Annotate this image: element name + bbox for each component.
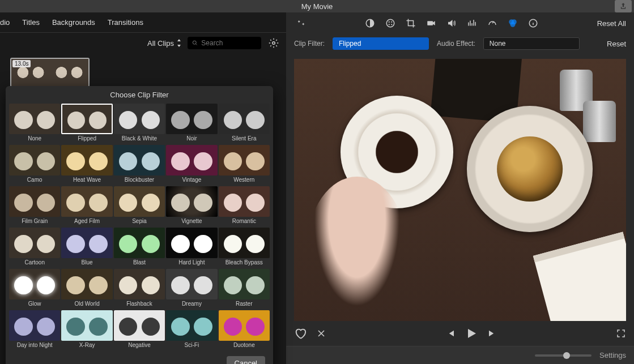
filter-option-blockbuster[interactable]: Blockbuster (114, 145, 165, 185)
filter-option-sepia[interactable]: Sepia (114, 186, 165, 226)
filter-name: Vignette (166, 217, 217, 226)
volume-icon (446, 18, 457, 28)
filter-name: Film Grain (9, 217, 60, 226)
stabilization-button[interactable] (425, 17, 437, 29)
volume-button[interactable] (445, 17, 458, 29)
filter-name: None (9, 134, 60, 144)
filter-option-glow[interactable]: Glow (9, 269, 60, 309)
color-correction-button[interactable] (384, 17, 397, 29)
reset-button[interactable]: Reset (607, 40, 626, 48)
prev-button[interactable] (445, 328, 456, 339)
filter-option-aged-film[interactable]: Aged Film (61, 186, 112, 226)
filter-name: Sci-Fi (166, 341, 217, 350)
preview-viewer[interactable] (294, 59, 626, 321)
filter-option-hard-light[interactable]: Hard Light (166, 228, 217, 268)
clip-filter-selector[interactable]: Flipped (333, 37, 429, 50)
equalizer-icon (467, 18, 477, 28)
filter-option-cartoon[interactable]: Cartoon (9, 228, 60, 268)
filter-option-film-grain[interactable]: Film Grain (9, 186, 60, 226)
next-button[interactable] (487, 328, 497, 339)
filter-option-duotone[interactable]: Duotone (219, 310, 270, 350)
info-button[interactable] (527, 17, 539, 29)
titlebar: My Movie (0, 0, 634, 12)
filter-option-x-ray[interactable]: X-Ray (61, 310, 112, 350)
updown-icon (176, 39, 182, 47)
filter-option-negative[interactable]: Negative (114, 310, 165, 350)
options-button[interactable] (267, 36, 280, 50)
reject-button[interactable] (316, 328, 327, 339)
filter-name: Blue (61, 258, 112, 268)
settings-button[interactable]: Settings (599, 351, 626, 359)
filter-option-sci-fi[interactable]: Sci-Fi (166, 310, 217, 350)
filter-name: Day into Night (9, 341, 60, 350)
clip-duration: 13.0s (12, 60, 31, 67)
filter-option-noir[interactable]: Noir (166, 104, 217, 144)
filter-option-none[interactable]: None (9, 104, 60, 144)
filter-option-flipped[interactable]: Flipped (61, 104, 112, 144)
share-button[interactable] (615, 0, 632, 12)
tab-titles[interactable]: Titles (22, 18, 40, 27)
filter-option-raster[interactable]: Raster (219, 269, 270, 309)
audio-effect-selector[interactable]: None (483, 37, 580, 50)
filter-option-western[interactable]: Western (219, 145, 270, 185)
filter-name: Negative (114, 341, 165, 350)
filter-option-heat-wave[interactable]: Heat Wave (61, 145, 112, 185)
filter-option-old-world[interactable]: Old World (61, 269, 112, 309)
browser-tabs: dio Titles Backgrounds Transitions (0, 12, 286, 33)
filter-option-vignette[interactable]: Vignette (166, 186, 217, 226)
filter-option-romantic[interactable]: Romantic (219, 186, 270, 226)
gear-icon (269, 38, 279, 48)
svg-rect-9 (469, 23, 470, 26)
fullscreen-button[interactable] (616, 328, 626, 339)
reset-all-button[interactable]: Reset All (597, 19, 626, 28)
svg-point-3 (387, 19, 395, 27)
tab-transitions[interactable]: Transitions (108, 18, 143, 27)
filter-name: Raster (219, 299, 270, 309)
svg-rect-11 (472, 23, 473, 26)
clip-filter-button[interactable] (507, 17, 519, 29)
filter-grid: NoneFlippedBlack & WhiteNoirSilent EraCa… (6, 104, 273, 350)
noise-reduction-button[interactable] (466, 17, 478, 29)
tab-backgrounds[interactable]: Backgrounds (52, 18, 95, 27)
filter-option-flashback[interactable]: Flashback (114, 269, 165, 309)
filter-name: Noir (166, 134, 217, 144)
all-clips-dropdown[interactable]: All Clips (147, 39, 182, 48)
filter-option-dreamy[interactable]: Dreamy (166, 269, 217, 309)
svg-point-0 (193, 41, 196, 44)
cancel-button[interactable]: Cancel (227, 356, 265, 364)
enhance-button[interactable] (294, 17, 307, 29)
zoom-slider[interactable] (535, 354, 592, 357)
filter-name: Western (219, 175, 270, 185)
filter-option-bleach-bypass[interactable]: Bleach Bypass (219, 228, 270, 268)
favorite-button[interactable] (294, 327, 307, 340)
svg-rect-12 (474, 20, 475, 26)
filter-icon (508, 18, 518, 28)
viewer-panel: Reset All Clip Filter: Flipped Audio Eff… (286, 12, 634, 364)
filter-name: Flashback (114, 299, 165, 309)
crop-button[interactable] (405, 17, 417, 29)
filter-option-blue[interactable]: Blue (61, 228, 112, 268)
filter-name: Romantic (219, 217, 270, 226)
search-box[interactable] (188, 37, 261, 49)
filter-name: Flipped (61, 134, 112, 144)
play-button[interactable] (465, 327, 478, 340)
speed-button[interactable] (486, 17, 499, 29)
filter-option-black-white[interactable]: Black & White (114, 104, 165, 144)
filter-option-vintage[interactable]: Vintage (166, 145, 217, 185)
filter-option-silent-era[interactable]: Silent Era (219, 104, 270, 144)
search-input[interactable] (201, 39, 257, 47)
preview-content (294, 59, 626, 321)
inspector-toolbar: Reset All (286, 12, 634, 34)
clip-thumbnail[interactable]: 13.0s (10, 58, 90, 87)
color-balance-button[interactable] (364, 17, 376, 29)
contrast-icon (365, 18, 375, 28)
filter-name: Bleach Bypass (219, 258, 270, 268)
filter-name: Old World (61, 299, 112, 309)
filter-option-blast[interactable]: Blast (114, 228, 165, 268)
share-icon (619, 2, 627, 10)
tab-audio[interactable]: dio (0, 18, 10, 27)
filter-name: Dreamy (166, 299, 217, 309)
filter-option-day-into-night[interactable]: Day into Night (9, 310, 60, 350)
filter-option-camo[interactable]: Camo (9, 145, 60, 185)
info-icon (528, 18, 538, 28)
